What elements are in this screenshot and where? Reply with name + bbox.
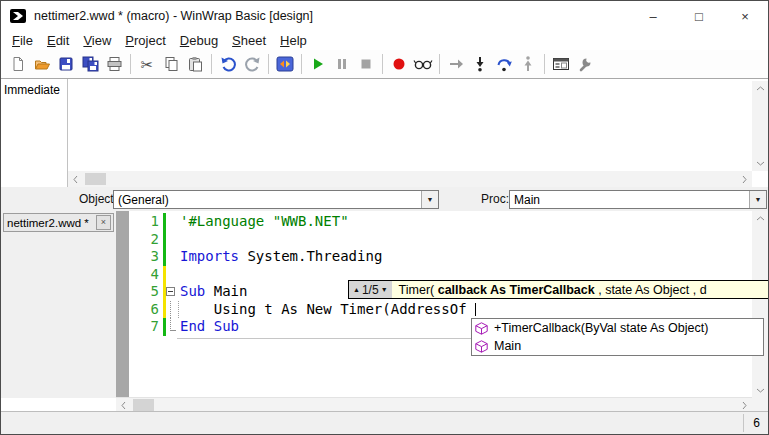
code-line[interactable]: 1'#Language "WWB.NET": [129, 213, 752, 231]
fold-margin: [166, 318, 177, 336]
code-line[interactable]: 2: [129, 231, 752, 249]
window-title: nettimer2.wwd * (macro) - WinWrap Basic …: [34, 9, 313, 23]
paste-button[interactable]: [183, 52, 207, 76]
editor-vertical-scrollbar[interactable]: [752, 211, 768, 398]
code-text[interactable]: '#Language "WWB.NET": [177, 213, 349, 231]
maximize-button[interactable]: □: [676, 1, 722, 31]
menu-item-help[interactable]: Help: [273, 33, 314, 48]
settings-wrench-button[interactable]: [573, 52, 597, 76]
close-button[interactable]: ×: [722, 1, 768, 31]
fold-margin: [166, 301, 177, 319]
dialog-editor-icon: [552, 56, 570, 72]
editor-horizontal-scrollbar[interactable]: [116, 397, 752, 412]
show-next-statement-button[interactable]: [444, 52, 468, 76]
stop-button[interactable]: [354, 52, 378, 76]
menu-item-edit[interactable]: Edit: [40, 33, 76, 48]
save-icon: [58, 56, 74, 72]
save-all-button[interactable]: [78, 52, 102, 76]
undo-button[interactable]: [216, 52, 240, 76]
record-button[interactable]: [387, 52, 411, 76]
menu-item-file[interactable]: File: [5, 33, 40, 48]
scroll-up-icon[interactable]: [752, 81, 768, 96]
collapse-minus-icon[interactable]: [166, 287, 175, 296]
status-line-number: 6: [746, 414, 767, 432]
scroll-right-icon[interactable]: [737, 398, 752, 412]
open-file-button[interactable]: [30, 52, 54, 76]
minimize-button[interactable]: –: [630, 1, 676, 31]
immediate-label: Immediate: [1, 79, 67, 101]
completion-item[interactable]: Main: [472, 337, 763, 355]
menu-item-debug[interactable]: Debug: [173, 33, 225, 48]
immediate-vertical-scrollbar[interactable]: [752, 81, 768, 171]
fold-margin[interactable]: [166, 283, 177, 301]
pause-icon: [336, 58, 348, 70]
scrollbar-corner: [752, 398, 768, 412]
proc-dropdown[interactable]: Main ▼: [509, 190, 767, 209]
scroll-up-icon[interactable]: [752, 211, 768, 226]
toolbar-separator: [211, 54, 212, 74]
immediate-horizontal-scrollbar[interactable]: [68, 171, 752, 187]
fold-margin: [166, 266, 177, 284]
menu-item-view[interactable]: View: [76, 33, 118, 48]
code-text[interactable]: [177, 266, 180, 284]
code-line[interactable]: 3Imports System.Threading: [129, 248, 752, 266]
menu-item-project[interactable]: Project: [118, 33, 172, 48]
scrollbar-thumb[interactable]: [133, 399, 154, 411]
code-editor[interactable]: nettimer2.wwd * × 1'#Language "WWB.NET"2…: [1, 211, 768, 412]
save-button[interactable]: [54, 52, 78, 76]
toolbar-separator: [439, 54, 440, 74]
code-text[interactable]: End Sub: [177, 318, 239, 336]
scroll-down-icon[interactable]: [752, 383, 768, 398]
code-text[interactable]: Imports System.Threading: [177, 248, 382, 266]
scrollbar-thumb[interactable]: [85, 173, 106, 185]
line-number: 4: [129, 266, 163, 284]
scroll-down-icon[interactable]: [752, 156, 768, 171]
stop-icon: [360, 58, 372, 70]
paste-icon: [187, 56, 203, 72]
scroll-left-icon[interactable]: [68, 172, 83, 186]
chevron-down-icon[interactable]: ▼: [421, 191, 438, 208]
chevron-down-icon[interactable]: ▼: [749, 191, 766, 208]
step-into-button[interactable]: [468, 52, 492, 76]
code-text[interactable]: Using t As New Timer(AddressOf: [177, 301, 476, 319]
text-caret: [475, 303, 476, 316]
macros-button[interactable]: [273, 52, 297, 76]
status-message-area: [3, 414, 744, 432]
dialog-editor-button[interactable]: [549, 52, 573, 76]
line-number: 7: [129, 318, 163, 336]
code-text[interactable]: Sub Main: [177, 283, 247, 301]
cut-button[interactable]: ✂: [135, 52, 159, 76]
document-tab-title: nettimer2.wwd *: [4, 217, 96, 229]
object-dropdown[interactable]: (General) ▼: [113, 190, 439, 209]
code-text[interactable]: [177, 231, 180, 249]
new-file-button[interactable]: [6, 52, 30, 76]
completion-item[interactable]: +TimerCallback(ByVal state As Object): [472, 319, 763, 337]
overload-down-icon[interactable]: ▼: [380, 286, 389, 293]
scroll-left-icon[interactable]: [116, 398, 131, 412]
redo-button[interactable]: [240, 52, 264, 76]
object-dropdown-value: (General): [114, 193, 421, 207]
print-icon: [106, 56, 123, 72]
menu-item-sheet[interactable]: Sheet: [225, 33, 273, 48]
scroll-right-icon[interactable]: [737, 172, 752, 186]
start-button[interactable]: [306, 52, 330, 76]
watch-button[interactable]: [411, 52, 435, 76]
step-out-button[interactable]: [516, 52, 540, 76]
code-line[interactable]: 6 Using t As New Timer(AddressOf: [129, 301, 752, 319]
tab-close-icon[interactable]: ×: [96, 215, 111, 230]
cube-icon: [475, 322, 489, 335]
overload-up-icon[interactable]: ▲: [352, 286, 361, 293]
pause-button[interactable]: [330, 52, 354, 76]
print-button[interactable]: [102, 52, 126, 76]
step-out-icon: [521, 56, 535, 72]
document-tab[interactable]: nettimer2.wwd * ×: [3, 213, 114, 232]
new-file-icon: [10, 56, 26, 72]
tab-panel-divider: [116, 211, 129, 398]
step-over-button[interactable]: [492, 52, 516, 76]
show-next-arrow-icon: [448, 57, 464, 71]
immediate-window[interactable]: Immediate: [1, 79, 768, 187]
title-bar[interactable]: nettimer2.wwd * (macro) - WinWrap Basic …: [1, 1, 768, 31]
copy-button[interactable]: [159, 52, 183, 76]
save-all-icon: [82, 56, 99, 72]
toolbar: ✂: [1, 50, 768, 79]
